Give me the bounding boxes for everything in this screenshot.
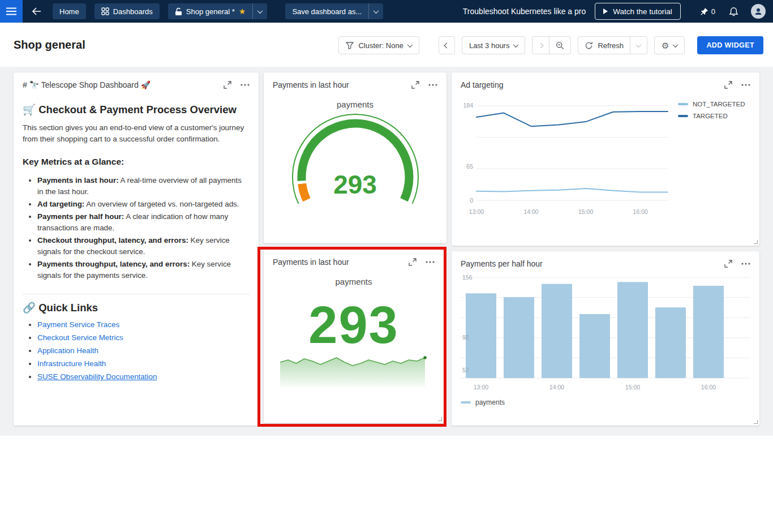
chevron-down-icon (673, 42, 678, 48)
markdown-content: 🛒 Checkout & Payment Process Overview Th… (14, 93, 259, 383)
refresh-label: Refresh (598, 41, 624, 50)
svg-text:65: 65 (466, 163, 473, 170)
expand-icon (724, 81, 732, 89)
filter-icon (346, 41, 354, 49)
expand-widget-button[interactable] (724, 260, 732, 268)
quick-link[interactable]: SUSE Observability Documentation (37, 372, 157, 381)
widget-actions (411, 81, 437, 89)
widget-header: # 🔭 Telescope Shop Dashboard 🚀 (14, 72, 259, 93)
quick-link-item: Checkout Service Metrics (37, 332, 250, 344)
widget-ad-targeting: Ad targeting 18465013:0014:0015:0016:00 … (452, 72, 759, 246)
pinned-items-button[interactable]: 0 (700, 7, 715, 16)
cluster-filter-label: Cluster: None (358, 41, 403, 50)
refresh-icon (585, 41, 593, 50)
expand-widget-button[interactable] (409, 258, 416, 266)
time-range-selector[interactable]: Last 3 hours (462, 36, 526, 54)
favorite-star-icon[interactable]: ★ (239, 7, 246, 15)
watch-tutorial-label: Watch the tutorial (613, 7, 672, 16)
user-avatar[interactable] (751, 4, 766, 19)
ad-chart-body: 18465013:0014:0015:0016:00 NOT_TARGETED … (452, 93, 759, 217)
svg-text:92: 92 (462, 334, 469, 341)
widget-payments-gauge: Payments in last hour payments 293 (264, 72, 446, 243)
widget-actions (724, 260, 750, 268)
quick-links-heading: 🔗 Quick Links (23, 302, 250, 314)
metrics-heading: Key Metrics at a Glance: (23, 156, 250, 168)
save-menu-chevron[interactable] (369, 3, 383, 19)
add-widget-button[interactable]: ADD WIDGET (697, 36, 763, 54)
promo-text: Troubleshoot Kubernetes like a pro (463, 7, 586, 16)
svg-text:57: 57 (462, 367, 469, 374)
legend-swatch (678, 115, 688, 117)
metrics-list: Payments in last hour: A real-time overv… (23, 175, 250, 281)
time-nav-group (532, 36, 571, 54)
watch-tutorial-button[interactable]: Watch the tutorial (595, 3, 681, 20)
svg-text:184: 184 (463, 102, 473, 109)
metric-item: Payments in last hour: A real-time overv… (37, 175, 250, 198)
play-icon (603, 8, 608, 14)
current-dashboard-button[interactable]: Shop general * ★ (168, 3, 253, 19)
svg-text:13:00: 13:00 (474, 384, 488, 391)
notifications-button[interactable] (729, 7, 738, 16)
widget-title: Payments per half hour (461, 259, 543, 268)
widget-header: Payments in last hour (264, 72, 446, 93)
zoom-out-button[interactable] (549, 37, 570, 54)
grid-icon (101, 7, 109, 15)
quick-link[interactable]: Payment Service Traces (37, 320, 119, 329)
pin-count-badge: 0 (711, 7, 715, 16)
chart-legend: NOT_TARGETED TARGETED (678, 101, 745, 217)
chevron-down-icon (373, 8, 379, 14)
widget-title: # 🔭 Telescope Shop Dashboard 🚀 (23, 80, 151, 89)
quick-link-item: SUSE Observability Documentation (37, 371, 250, 383)
payments-gauge-chart: 293 (277, 110, 433, 213)
dashboard-settings-button[interactable]: ⚙ (654, 36, 685, 54)
quick-link-item: Application Health (37, 345, 250, 357)
widget-menu-button[interactable] (741, 263, 750, 265)
dashboard-menu-chevron[interactable] (253, 3, 267, 19)
widget-menu-button[interactable] (241, 84, 250, 86)
expand-widget-button[interactable] (224, 81, 231, 89)
resize-handle[interactable] (754, 420, 758, 424)
time-back-button[interactable] (439, 36, 455, 54)
widget-menu-button[interactable] (428, 84, 437, 86)
expand-widget-button[interactable] (724, 81, 732, 89)
ellipsis-icon (428, 84, 437, 86)
refresh-button[interactable]: Refresh (578, 37, 630, 54)
widget-payments-number: Payments in last hour payments 293 (264, 250, 444, 423)
quick-link[interactable]: Infrastructure Health (37, 359, 106, 368)
widget-payments-per-half-hour: Payments per half hour 156925713:0014:00… (452, 251, 759, 426)
refresh-options-chevron[interactable] (630, 37, 647, 54)
markdown-intro: This section gives you an end-to-end vie… (23, 122, 250, 145)
save-dashboard-as-button[interactable]: Save dashboard as... (285, 3, 368, 19)
widget-title: Payments in last hour (273, 80, 349, 89)
expand-widget-button[interactable] (411, 81, 419, 89)
widget-menu-button[interactable] (426, 261, 435, 263)
widget-header: Payments in last hour (264, 250, 444, 270)
user-icon (754, 7, 763, 16)
widget-header: Ad targeting (452, 72, 759, 93)
svg-text:16:00: 16:00 (701, 384, 716, 391)
metric-item: Checkout throughput, latency, and errors… (37, 235, 250, 258)
back-button[interactable] (27, 0, 46, 23)
metric-item: Ad targeting: An overview of targeted vs… (37, 199, 250, 210)
series-label: payments (264, 100, 446, 109)
current-dashboard-label: Shop general * (186, 7, 235, 16)
widget-actions (224, 81, 250, 89)
time-range-label: Last 3 hours (469, 41, 510, 50)
time-forward-button[interactable] (532, 37, 549, 54)
menu-button[interactable] (0, 0, 23, 23)
cluster-filter[interactable]: Cluster: None (338, 36, 419, 54)
nav-home[interactable]: Home (53, 3, 86, 19)
resize-handle[interactable] (754, 240, 758, 244)
dashboard-controls: Cluster: None Last 3 hours Refresh ⚙ ADD… (338, 36, 763, 54)
quick-link[interactable]: Checkout Service Metrics (37, 333, 123, 342)
quick-link[interactable]: Application Health (37, 346, 98, 355)
refresh-group: Refresh (578, 36, 647, 54)
metric-item: Payments per half hour: A clear indicati… (37, 211, 250, 234)
save-dashboard-as-label: Save dashboard as... (292, 7, 362, 16)
nav-dashboards[interactable]: Dashboards (95, 3, 160, 19)
legend-swatch (461, 401, 471, 404)
widget-menu-button[interactable] (741, 84, 750, 86)
unlock-icon (175, 7, 182, 16)
svg-text:14:00: 14:00 (549, 384, 564, 391)
resize-handle[interactable] (438, 417, 442, 421)
